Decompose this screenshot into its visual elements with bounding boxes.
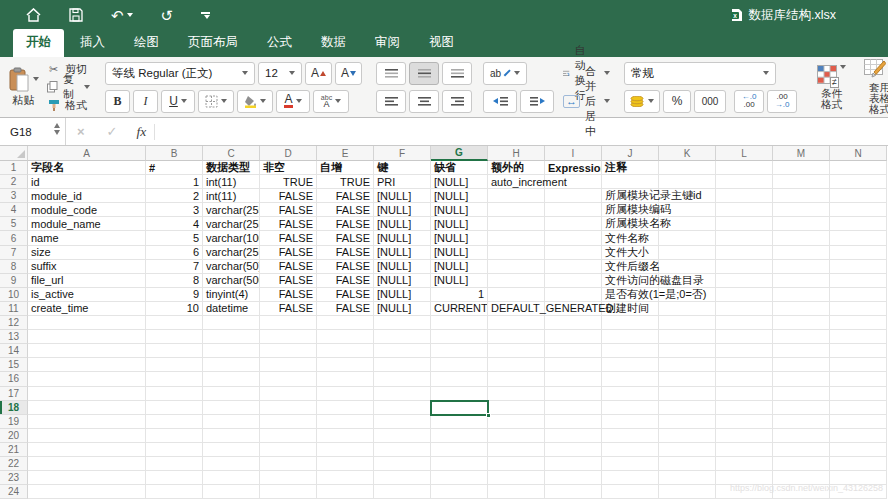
- cell-M22[interactable]: [773, 457, 830, 471]
- cell-H15[interactable]: [488, 358, 545, 372]
- column-header-C[interactable]: C: [203, 146, 260, 161]
- row-header-11[interactable]: 11: [0, 302, 28, 316]
- conditional-format-button[interactable]: ≠ 条件格式: [811, 65, 852, 110]
- cell-G5[interactable]: [NULL]: [431, 217, 488, 231]
- cell-J15[interactable]: [602, 358, 659, 372]
- cell-I10[interactable]: [545, 288, 602, 302]
- row-header-2[interactable]: 2: [0, 175, 28, 189]
- cell-M15[interactable]: [773, 358, 830, 372]
- cell-A22[interactable]: [28, 457, 146, 471]
- cell-B13[interactable]: [146, 330, 203, 344]
- cell-A8[interactable]: suffix: [28, 260, 146, 274]
- cell-C15[interactable]: [203, 358, 260, 372]
- select-all-button[interactable]: [0, 146, 28, 161]
- copy-button[interactable]: 复制: [47, 80, 90, 95]
- cell-K23[interactable]: [659, 471, 716, 485]
- increase-indent-button[interactable]: [520, 90, 554, 113]
- cell-C23[interactable]: [203, 471, 260, 485]
- cell-C17[interactable]: [203, 387, 260, 401]
- cell-L3[interactable]: [716, 189, 773, 203]
- cell-M3[interactable]: [773, 189, 830, 203]
- cell-D3[interactable]: FALSE: [260, 189, 317, 203]
- cell-E2[interactable]: TRUE: [317, 175, 374, 189]
- cell-F17[interactable]: [374, 387, 431, 401]
- cell-C4[interactable]: varchar(255): [203, 203, 260, 217]
- cell-A12[interactable]: [28, 316, 146, 330]
- borders-button[interactable]: [198, 90, 234, 113]
- cell-M12[interactable]: [773, 316, 830, 330]
- cell-I1[interactable]: Expression: [545, 161, 602, 175]
- cell-N6[interactable]: [830, 231, 887, 245]
- cell-I18[interactable]: [545, 401, 602, 415]
- cell-F21[interactable]: [374, 443, 431, 457]
- cell-C3[interactable]: int(11): [203, 189, 260, 203]
- row-header-4[interactable]: 4: [0, 203, 28, 217]
- cell-J7[interactable]: 文件大小: [602, 246, 659, 260]
- cell-B1[interactable]: #: [146, 161, 203, 175]
- cell-E14[interactable]: [317, 344, 374, 358]
- cell-K13[interactable]: [659, 330, 716, 344]
- cell-J20[interactable]: [602, 429, 659, 443]
- cell-J5[interactable]: 所属模块名称: [602, 217, 659, 231]
- cell-C10[interactable]: tinyint(4): [203, 288, 260, 302]
- cell-E3[interactable]: FALSE: [317, 189, 374, 203]
- cell-C20[interactable]: [203, 429, 260, 443]
- column-header-L[interactable]: L: [716, 146, 773, 161]
- column-header-M[interactable]: M: [773, 146, 830, 161]
- cell-G8[interactable]: [NULL]: [431, 260, 488, 274]
- cell-L7[interactable]: [716, 246, 773, 260]
- cell-K18[interactable]: [659, 401, 716, 415]
- row-header-8[interactable]: 8: [0, 260, 28, 274]
- row-header-15[interactable]: 15: [0, 358, 28, 372]
- cell-K24[interactable]: [659, 485, 716, 499]
- cell-L19[interactable]: [716, 415, 773, 429]
- cell-N1[interactable]: [830, 161, 887, 175]
- cell-B21[interactable]: [146, 443, 203, 457]
- cell-J3[interactable]: 所属模块记录主键id: [602, 189, 659, 203]
- grow-font-button[interactable]: A: [305, 62, 332, 85]
- cell-J9[interactable]: 文件访问的磁盘目录: [602, 274, 659, 288]
- cell-A19[interactable]: [28, 415, 146, 429]
- cell-A2[interactable]: id: [28, 175, 146, 189]
- row-header-10[interactable]: 10: [0, 288, 28, 302]
- percent-button[interactable]: %: [663, 90, 691, 113]
- cell-D7[interactable]: FALSE: [260, 246, 317, 260]
- cell-H10[interactable]: [488, 288, 545, 302]
- cell-C18[interactable]: [203, 401, 260, 415]
- cell-M19[interactable]: [773, 415, 830, 429]
- cell-H6[interactable]: [488, 231, 545, 245]
- tab-页面布局[interactable]: 页面布局: [175, 29, 251, 57]
- cell-E23[interactable]: [317, 471, 374, 485]
- cell-C22[interactable]: [203, 457, 260, 471]
- cell-F12[interactable]: [374, 316, 431, 330]
- tab-视图[interactable]: 视图: [416, 29, 467, 57]
- cell-I6[interactable]: [545, 231, 602, 245]
- cell-B15[interactable]: [146, 358, 203, 372]
- increase-decimal-button[interactable]: ←.0.00: [734, 90, 764, 113]
- cell-F22[interactable]: [374, 457, 431, 471]
- save-icon[interactable]: [69, 8, 83, 22]
- cell-C13[interactable]: [203, 330, 260, 344]
- cell-D16[interactable]: [260, 372, 317, 386]
- cell-J19[interactable]: [602, 415, 659, 429]
- cell-K20[interactable]: [659, 429, 716, 443]
- cell-L12[interactable]: [716, 316, 773, 330]
- cell-G24[interactable]: [431, 485, 488, 499]
- cell-H24[interactable]: [488, 485, 545, 499]
- cell-D17[interactable]: [260, 387, 317, 401]
- cell-M6[interactable]: [773, 231, 830, 245]
- cell-G23[interactable]: [431, 471, 488, 485]
- column-header-E[interactable]: E: [317, 146, 374, 161]
- cell-F19[interactable]: [374, 415, 431, 429]
- cell-G14[interactable]: [431, 344, 488, 358]
- cell-E21[interactable]: [317, 443, 374, 457]
- name-box[interactable]: G18: [0, 118, 66, 145]
- cell-K12[interactable]: [659, 316, 716, 330]
- cell-G18[interactable]: [431, 401, 488, 415]
- cell-I7[interactable]: [545, 246, 602, 260]
- cell-D5[interactable]: FALSE: [260, 217, 317, 231]
- cell-K19[interactable]: [659, 415, 716, 429]
- cell-M18[interactable]: [773, 401, 830, 415]
- cell-N12[interactable]: [830, 316, 887, 330]
- cell-L4[interactable]: [716, 203, 773, 217]
